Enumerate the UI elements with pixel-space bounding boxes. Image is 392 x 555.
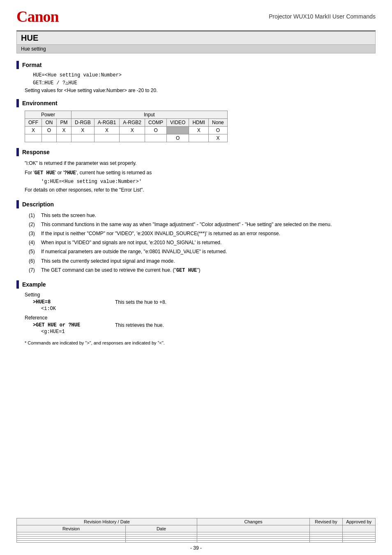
input-header: Input: [71, 111, 228, 119]
env-col-argb1: A-RGB1: [94, 119, 120, 127]
env-col-hdmi: HDMI: [189, 119, 209, 127]
response-section-bar: [16, 148, 19, 156]
revision-row-5: [17, 541, 376, 543]
header: Canon Projector WUX10 MarkII User Comman…: [16, 7, 376, 25]
example-desc2: This retrieves the hue.: [115, 322, 164, 328]
revision-history-header: Revision History / Date: [17, 518, 197, 525]
env-row1-argb2: X: [120, 127, 145, 134]
example-section-title: Example: [22, 281, 46, 288]
desc-item-2: (2)This command functions in the same wa…: [29, 221, 376, 229]
description-list: (1)This sets the screen hue. (2)This com…: [29, 212, 376, 275]
example-resp1: <i:OK: [41, 306, 376, 312]
env-col-off: OFF: [25, 119, 42, 127]
footnote: * Commands are indicated by ">", and res…: [25, 340, 376, 345]
env-col-comp: COMP: [145, 119, 167, 127]
env-col-pm: PM: [57, 119, 71, 127]
desc-item-7: (7)The GET command can be used to retrie…: [29, 266, 376, 275]
environment-section-bar: [16, 99, 19, 107]
env-row1-none: O: [209, 127, 228, 134]
rev5-approved: [343, 541, 376, 543]
env-row1-pm: X: [57, 127, 71, 134]
format-section-title: Format: [22, 62, 42, 68]
example-cmd2: >GET HUE or ?HUE: [33, 322, 115, 328]
env-row2-on: [42, 134, 57, 142]
response-section-title: Response: [22, 149, 50, 155]
hue-subtitle: Hue setting: [16, 45, 376, 53]
env-row2-off: [25, 134, 42, 142]
header-title: Projector WUX10 MarkII User Commands: [269, 7, 376, 20]
approved-sub-header: [343, 525, 376, 532]
response-line2: For 'GET HUE' or '?HUE', current hue set…: [25, 169, 376, 177]
description-section-header: Description: [16, 200, 376, 208]
example-reference-row: >GET HUE or ?HUE This retrieves the hue.: [33, 322, 376, 328]
revised-sub-header: [310, 525, 343, 532]
env-row2-hdmi: [189, 134, 209, 142]
env-row1-comp: O: [145, 127, 167, 134]
environment-section-title: Environment: [22, 100, 58, 106]
hue-title: HUE: [21, 33, 371, 43]
desc-item-4: (4)When input is "VIDEO" and signals are…: [29, 239, 376, 247]
env-row1-hdmi: X: [189, 127, 209, 134]
env-row1-drgb: X: [71, 127, 95, 134]
hue-title-block: HUE: [16, 31, 376, 45]
env-col-none: None: [209, 119, 228, 127]
example-cmd1: >HUE=8: [33, 299, 115, 305]
env-col-video: VIDEO: [167, 119, 189, 127]
example-resp2: <g:HUE=1: [41, 329, 376, 335]
env-row2-drgb: [71, 134, 95, 142]
changes-header: Changes: [197, 518, 310, 525]
example-block: Setting >HUE=8 This sets the hue to +8. …: [25, 292, 376, 335]
env-row1-on: O: [42, 127, 57, 134]
format-note: Setting values for <Hue setting value:Nu…: [25, 88, 376, 93]
example-setting-row: >HUE=8 This sets the hue to +8.: [33, 299, 376, 305]
env-row1-off: X: [25, 127, 42, 134]
page: Canon Projector WUX10 MarkII User Comman…: [0, 0, 392, 555]
example-section-header: Example: [16, 280, 376, 289]
date-sub-header: Date: [126, 525, 197, 532]
env-row1-argb1: X: [94, 127, 120, 134]
power-header: Power: [25, 111, 71, 119]
approved-by-header: Approved by: [343, 518, 376, 525]
environment-table: Power Input OFF ON PM D-RGB A-RGB1 A-RGB…: [25, 111, 228, 142]
env-row2-comp: [145, 134, 167, 142]
example-desc1: This sets the hue to +8.: [115, 299, 166, 305]
rev5-changes: [197, 541, 310, 543]
description-section-bar: [16, 200, 19, 208]
rev5-revision: [17, 541, 126, 543]
env-row2-none: X: [209, 134, 228, 142]
revision-table-wrapper: Revision History / Date Changes Revised …: [16, 518, 376, 543]
revised-by-header: Revised by: [310, 518, 343, 525]
revision-table: Revision History / Date Changes Revised …: [16, 518, 376, 543]
response-line3: For details on other responses, refer to…: [25, 186, 376, 194]
revision-sub-header: Revision: [17, 525, 126, 532]
reference-label: Reference: [25, 315, 376, 321]
env-row2-argb1: [94, 134, 120, 142]
env-row2-argb2: [120, 134, 145, 142]
rev5-revised: [310, 541, 343, 543]
desc-item-3: (3)If the input is neither "COMP" nor "V…: [29, 230, 376, 238]
env-row2-video: O: [167, 134, 189, 142]
desc-item-5: (5)If numerical parameters are outside t…: [29, 248, 376, 256]
env-row2-pm: [57, 134, 71, 142]
page-number: - 39 -: [0, 545, 392, 551]
format-section-header: Format: [16, 61, 376, 69]
response-line1: "i:OK" is returned if the parameter was …: [25, 160, 376, 167]
environment-section-header: Environment: [16, 99, 376, 107]
env-col-on: ON: [42, 119, 57, 127]
setting-label: Setting: [25, 292, 376, 298]
env-row1-video: [167, 127, 189, 134]
desc-item-1: (1)This sets the screen hue.: [29, 212, 376, 220]
format-code-line1: HUE=<Hue setting value:Number>: [33, 72, 376, 78]
changes-sub-header: [197, 525, 310, 532]
env-col-drgb: D-RGB: [71, 119, 95, 127]
response-code: 'g:HUE=<Hue setting value:Number>': [41, 179, 376, 185]
canon-logo: Canon: [16, 7, 59, 25]
response-section-header: Response: [16, 148, 376, 156]
env-col-argb2: A-RGB2: [120, 119, 145, 127]
format-section-bar: [16, 61, 19, 69]
format-code-line2: GET□HUE / ?△HUE: [33, 80, 376, 86]
desc-item-6: (6)This sets the currently selected inpu…: [29, 257, 376, 265]
example-section-bar: [16, 280, 19, 289]
rev5-date: [126, 541, 197, 543]
description-section-title: Description: [22, 201, 54, 208]
